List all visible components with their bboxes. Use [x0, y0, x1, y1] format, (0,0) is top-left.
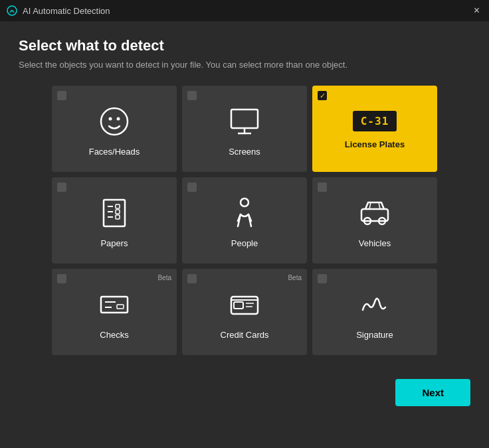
title-bar: AI Automatic Detection ×: [0, 0, 489, 21]
title-bar-title: AI Automatic Detection: [23, 6, 110, 16]
checkbox-papers: [57, 183, 66, 192]
check-icon: [97, 287, 132, 322]
person-icon: [227, 196, 262, 230]
face-icon: [97, 104, 132, 139]
beta-label-credit-cards: Beta: [288, 274, 302, 281]
card-license-plates[interactable]: ✓ C-31 License Plates: [312, 86, 437, 172]
card-signature[interactable]: Signature: [312, 269, 437, 355]
card-label-license-plates: License Plates: [345, 139, 405, 149]
papers-icon: [97, 196, 132, 230]
footer: Next: [0, 368, 489, 406]
card-papers[interactable]: Papers: [52, 177, 177, 263]
card-label-checks: Checks: [100, 330, 128, 340]
checkbox-faces-heads: [57, 91, 66, 100]
credit-card-icon: [227, 287, 262, 322]
checkbox-signature: [318, 274, 327, 283]
checkbox-people: [187, 183, 197, 192]
app-icon: [7, 5, 17, 16]
card-vehicles[interactable]: Vehicles: [312, 177, 437, 263]
card-label-signature: Signature: [356, 330, 393, 340]
card-label-people: People: [231, 238, 258, 248]
svg-point-4: [117, 117, 120, 120]
card-label-credit-cards: Credit Cards: [221, 330, 269, 340]
close-button[interactable]: ×: [471, 5, 482, 16]
svg-rect-5: [231, 110, 258, 128]
card-checks[interactable]: Beta Checks: [52, 269, 177, 355]
title-bar-left: AI Automatic Detection: [7, 5, 110, 16]
svg-point-2: [101, 108, 128, 135]
card-people[interactable]: People: [182, 177, 307, 263]
svg-rect-14: [116, 215, 120, 219]
page-subtitle: Select the objects you want to detect in…: [19, 60, 470, 70]
monitor-icon: [227, 104, 262, 139]
svg-point-3: [109, 117, 112, 120]
svg-rect-24: [117, 305, 124, 309]
license-plate-icon: C-31: [353, 111, 397, 131]
card-label-vehicles: Vehicles: [359, 238, 391, 248]
card-screens[interactable]: Screens: [182, 86, 307, 172]
card-label-faces-heads: Faces/Heads: [89, 147, 140, 157]
svg-line-20: [379, 202, 380, 209]
page-title: Select what to detect: [19, 37, 470, 54]
card-credit-cards[interactable]: Beta Credit Cards: [182, 269, 307, 355]
card-label-screens: Screens: [229, 147, 260, 157]
svg-rect-12: [116, 210, 120, 214]
svg-rect-26: [234, 302, 243, 309]
checkbox-license-plates: ✓: [318, 91, 327, 100]
svg-point-15: [241, 198, 248, 206]
card-label-papers: Papers: [100, 238, 128, 248]
next-button[interactable]: Next: [395, 379, 470, 406]
svg-rect-8: [104, 200, 125, 226]
svg-line-19: [369, 202, 371, 209]
detection-grid: Faces/Heads Screens ✓ C-31 License Plate: [52, 86, 437, 355]
main-content: Select what to detect Select the objects…: [0, 21, 489, 368]
card-faces-heads[interactable]: Faces/Heads: [52, 86, 177, 172]
beta-label-checks: Beta: [157, 274, 171, 281]
car-icon: [357, 196, 392, 230]
plate-text: C-31: [353, 111, 397, 131]
svg-rect-10: [116, 204, 120, 208]
svg-rect-25: [231, 297, 258, 314]
checkbox-checks: [57, 274, 66, 283]
checkbox-vehicles: [318, 183, 327, 192]
checkbox-screens: [187, 91, 197, 100]
checkmark-icon: ✓: [320, 92, 326, 100]
signature-icon: [357, 287, 392, 322]
checkbox-credit-cards: [187, 274, 197, 283]
